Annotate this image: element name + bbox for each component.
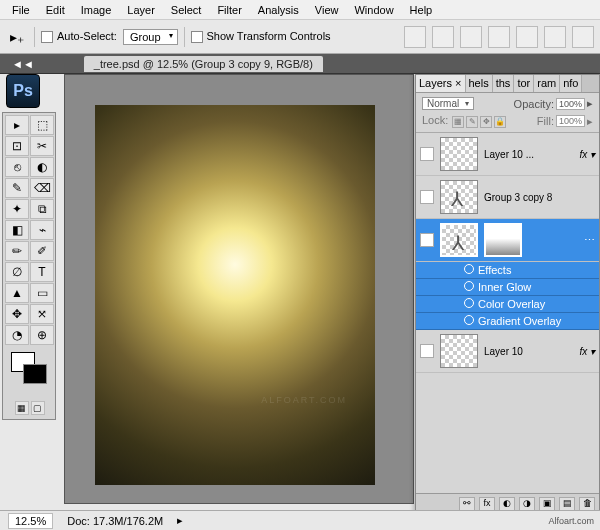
tab-info[interactable]: nfo	[560, 75, 582, 92]
page-credit: Alfoart.com	[548, 516, 594, 526]
layer-name[interactable]: Layer 10 ...	[484, 149, 573, 160]
auto-select-dropdown[interactable]: Group	[123, 29, 178, 45]
canvas-area[interactable]: ALFOART.COM	[64, 74, 414, 504]
menu-view[interactable]: View	[307, 2, 347, 18]
layer-thumbnail[interactable]: ⅄	[440, 223, 478, 257]
menu-layer[interactable]: Layer	[119, 2, 163, 18]
visibility-toggle[interactable]	[420, 147, 434, 161]
layer-fx-indicator[interactable]: fx ▾	[579, 149, 595, 160]
effect-item[interactable]: Inner Glow	[416, 279, 599, 296]
add-mask-icon[interactable]: ◐	[499, 497, 515, 511]
align-button-1[interactable]	[404, 26, 426, 48]
trash-icon[interactable]: 🗑	[579, 497, 595, 511]
layer-fx-indicator[interactable]: fx ▾	[579, 346, 595, 357]
tool-gradient[interactable]: ⌁	[30, 220, 54, 240]
lock-transparency-icon[interactable]: ▦	[452, 116, 464, 128]
layer-thumbnail[interactable]: ⅄	[440, 180, 478, 214]
opacity-field[interactable]: 100%	[556, 98, 585, 110]
lock-pixels-icon[interactable]: ✎	[466, 116, 478, 128]
menu-select[interactable]: Select	[163, 2, 210, 18]
tool-rotate[interactable]: ⤧	[30, 304, 54, 324]
tool-stamp[interactable]: ✦	[5, 199, 29, 219]
tab-channels[interactable]: hels	[466, 75, 493, 92]
menu-window[interactable]: Window	[346, 2, 401, 18]
tool-marquee[interactable]: ⬚	[30, 115, 54, 135]
tool-brush[interactable]: ⌫	[30, 178, 54, 198]
eye-icon[interactable]	[464, 281, 474, 291]
tool-healing[interactable]: ✎	[5, 178, 29, 198]
tool-type[interactable]: T	[30, 262, 54, 282]
visibility-toggle[interactable]	[420, 233, 434, 247]
document-tabstrip: ◄◄ _tree.psd @ 12.5% (Group 3 copy 9, RG…	[0, 54, 600, 74]
new-group-icon[interactable]: ▣	[539, 497, 555, 511]
tab-navigator[interactable]: tor	[514, 75, 534, 92]
zoom-field[interactable]: 12.5%	[8, 513, 53, 529]
tool-eraser[interactable]: ◧	[5, 220, 29, 240]
layer-row[interactable]: Layer 10 ... fx ▾	[416, 133, 599, 176]
tool-hand[interactable]: ✥	[5, 304, 29, 324]
tool-history[interactable]: ⧉	[30, 199, 54, 219]
align-button-6[interactable]	[544, 26, 566, 48]
tool-move[interactable]: ▸	[5, 115, 29, 135]
menu-file[interactable]: File	[4, 2, 38, 18]
effect-item[interactable]: Color Overlay	[416, 296, 599, 313]
visibility-toggle[interactable]	[420, 190, 434, 204]
auto-select-checkbox[interactable]: Auto-Select:	[41, 30, 117, 43]
tab-paths[interactable]: ths	[493, 75, 515, 92]
layer-row[interactable]: ⅄ Group 3 copy 8	[416, 176, 599, 219]
tool-pen[interactable]: ∅	[5, 262, 29, 282]
align-button-5[interactable]	[516, 26, 538, 48]
layer-name[interactable]: Layer 10	[484, 346, 573, 357]
color-swatches[interactable]	[5, 348, 54, 398]
adjustment-layer-icon[interactable]: ◑	[519, 497, 535, 511]
align-button-7[interactable]	[572, 26, 594, 48]
align-button-2[interactable]	[432, 26, 454, 48]
layer-name[interactable]: Group 3 copy 8	[484, 192, 595, 203]
eye-icon[interactable]	[464, 315, 474, 325]
add-fx-icon[interactable]: fx	[479, 497, 495, 511]
menu-help[interactable]: Help	[402, 2, 441, 18]
tool-zoom[interactable]: ◔	[5, 325, 29, 345]
tree-icon: ⅄	[452, 231, 464, 255]
tabstrip-handle-icon[interactable]: ◄◄	[12, 58, 34, 70]
eye-icon[interactable]	[464, 298, 474, 308]
align-button-4[interactable]	[488, 26, 510, 48]
eye-icon[interactable]	[464, 264, 474, 274]
effect-item[interactable]: Gradient Overlay	[416, 313, 599, 330]
layer-thumbnail[interactable]	[440, 137, 478, 171]
screenmode-icon[interactable]: ▢	[31, 401, 45, 415]
tool-dodge[interactable]: ✐	[30, 241, 54, 261]
blend-mode-dropdown[interactable]: Normal	[422, 97, 474, 110]
link-layers-icon[interactable]: ⚯	[459, 497, 475, 511]
align-button-3[interactable]	[460, 26, 482, 48]
tool-shape[interactable]: ▭	[30, 283, 54, 303]
tool-blur[interactable]: ✏	[5, 241, 29, 261]
layer-thumbnail[interactable]	[440, 334, 478, 368]
layer-row[interactable]: Layer 10 fx ▾	[416, 330, 599, 373]
layer-mask-thumbnail[interactable]	[484, 223, 522, 257]
tab-histogram[interactable]: ram	[534, 75, 560, 92]
background-color[interactable]	[23, 364, 47, 384]
lock-all-icon[interactable]: 🔒	[494, 116, 506, 128]
document-tab[interactable]: _tree.psd @ 12.5% (Group 3 copy 9, RGB/8…	[84, 56, 323, 72]
menu-filter[interactable]: Filter	[209, 2, 249, 18]
visibility-toggle[interactable]	[420, 344, 434, 358]
tool-crop[interactable]: ⎋	[5, 157, 29, 177]
more-icon[interactable]: ⋯	[584, 234, 595, 247]
fill-field[interactable]: 100%	[556, 115, 585, 127]
tab-layers[interactable]: Layers ×	[416, 75, 466, 92]
lock-position-icon[interactable]: ✥	[480, 116, 492, 128]
tool-wand[interactable]: ✂	[30, 136, 54, 156]
new-layer-icon[interactable]: ▤	[559, 497, 575, 511]
menu-analysis[interactable]: Analysis	[250, 2, 307, 18]
tool-lasso[interactable]: ⊡	[5, 136, 29, 156]
tool-path[interactable]: ▲	[5, 283, 29, 303]
tool-eyedropper[interactable]: ◐	[30, 157, 54, 177]
menu-image[interactable]: Image	[73, 2, 120, 18]
layer-row-selected[interactable]: ⅄ ⋯	[416, 219, 599, 262]
menu-edit[interactable]: Edit	[38, 2, 73, 18]
tool-extra[interactable]: ⊕	[30, 325, 54, 345]
effects-header[interactable]: Effects	[416, 262, 599, 279]
transform-checkbox[interactable]: Show Transform Controls	[191, 30, 331, 43]
quickmask-icon[interactable]: ▦	[15, 401, 29, 415]
